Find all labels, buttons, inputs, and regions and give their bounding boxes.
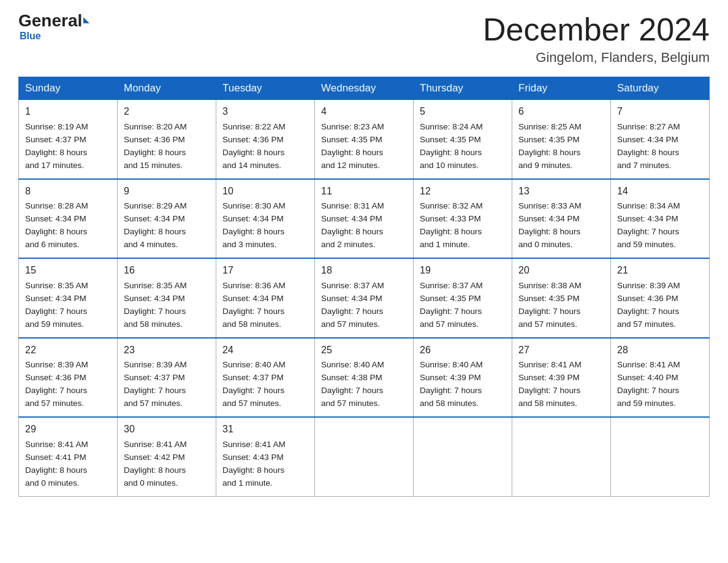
day-info: Sunrise: 8:27 AM Sunset: 4:34 PM Dayligh… xyxy=(617,121,703,172)
day-info: Sunrise: 8:40 AM Sunset: 4:39 PM Dayligh… xyxy=(420,359,506,410)
calendar-cell xyxy=(315,417,414,496)
day-info: Sunrise: 8:22 AM Sunset: 4:36 PM Dayligh… xyxy=(222,121,308,172)
calendar-cell xyxy=(414,417,512,496)
day-number: 14 xyxy=(617,184,703,199)
calendar-cell: 26Sunrise: 8:40 AM Sunset: 4:39 PM Dayli… xyxy=(414,338,512,417)
day-info: Sunrise: 8:33 AM Sunset: 4:34 PM Dayligh… xyxy=(518,200,604,251)
calendar-cell: 1Sunrise: 8:19 AM Sunset: 4:37 PM Daylig… xyxy=(19,100,118,179)
calendar-cell: 18Sunrise: 8:37 AM Sunset: 4:34 PM Dayli… xyxy=(315,258,414,337)
day-number: 29 xyxy=(25,422,111,437)
day-number: 5 xyxy=(420,104,506,120)
day-number: 19 xyxy=(420,263,506,278)
day-number: 9 xyxy=(124,184,210,199)
calendar-cell: 31Sunrise: 8:41 AM Sunset: 4:43 PM Dayli… xyxy=(216,417,315,496)
calendar-cell xyxy=(611,417,710,496)
day-info: Sunrise: 8:41 AM Sunset: 4:42 PM Dayligh… xyxy=(124,439,210,490)
calendar-cell: 7Sunrise: 8:27 AM Sunset: 4:34 PM Daylig… xyxy=(611,100,710,179)
calendar-cell: 4Sunrise: 8:23 AM Sunset: 4:35 PM Daylig… xyxy=(315,100,414,179)
day-info: Sunrise: 8:20 AM Sunset: 4:36 PM Dayligh… xyxy=(124,121,210,172)
day-number: 15 xyxy=(25,263,111,278)
calendar-cell: 30Sunrise: 8:41 AM Sunset: 4:42 PM Dayli… xyxy=(118,417,216,496)
calendar-cell: 14Sunrise: 8:34 AM Sunset: 4:34 PM Dayli… xyxy=(611,179,710,258)
day-number: 7 xyxy=(617,104,703,120)
logo-triangle-icon xyxy=(83,17,89,23)
logo-general: General xyxy=(18,12,82,29)
calendar-cell: 27Sunrise: 8:41 AM Sunset: 4:39 PM Dayli… xyxy=(512,338,611,417)
calendar-table: SundayMondayTuesdayWednesdayThursdayFrid… xyxy=(18,77,710,496)
calendar-cell: 22Sunrise: 8:39 AM Sunset: 4:36 PM Dayli… xyxy=(19,338,118,417)
calendar-cell: 21Sunrise: 8:39 AM Sunset: 4:36 PM Dayli… xyxy=(611,258,710,337)
day-info: Sunrise: 8:24 AM Sunset: 4:35 PM Dayligh… xyxy=(420,121,506,172)
day-number: 25 xyxy=(321,343,407,358)
day-info: Sunrise: 8:38 AM Sunset: 4:35 PM Dayligh… xyxy=(518,280,604,331)
day-info: Sunrise: 8:37 AM Sunset: 4:34 PM Dayligh… xyxy=(321,280,407,331)
weekday-header-friday: Friday xyxy=(512,77,611,100)
calendar-cell: 8Sunrise: 8:28 AM Sunset: 4:34 PM Daylig… xyxy=(19,179,118,258)
day-number: 11 xyxy=(321,184,407,199)
weekday-header-sunday: Sunday xyxy=(19,77,118,100)
day-number: 1 xyxy=(25,104,111,120)
calendar-cell: 29Sunrise: 8:41 AM Sunset: 4:41 PM Dayli… xyxy=(19,417,118,496)
day-info: Sunrise: 8:32 AM Sunset: 4:33 PM Dayligh… xyxy=(420,200,506,251)
day-number: 26 xyxy=(420,343,506,358)
day-info: Sunrise: 8:31 AM Sunset: 4:34 PM Dayligh… xyxy=(321,200,407,251)
calendar-cell xyxy=(512,417,611,496)
week-row-5: 29Sunrise: 8:41 AM Sunset: 4:41 PM Dayli… xyxy=(19,417,710,496)
calendar-cell: 20Sunrise: 8:38 AM Sunset: 4:35 PM Dayli… xyxy=(512,258,611,337)
calendar-cell: 19Sunrise: 8:37 AM Sunset: 4:35 PM Dayli… xyxy=(414,258,512,337)
day-number: 10 xyxy=(222,184,308,199)
calendar-cell: 23Sunrise: 8:39 AM Sunset: 4:37 PM Dayli… xyxy=(118,338,216,417)
day-info: Sunrise: 8:41 AM Sunset: 4:41 PM Dayligh… xyxy=(25,439,111,490)
weekday-header-row: SundayMondayTuesdayWednesdayThursdayFrid… xyxy=(19,77,710,100)
day-number: 3 xyxy=(222,104,308,120)
day-info: Sunrise: 8:39 AM Sunset: 4:36 PM Dayligh… xyxy=(617,280,703,331)
day-number: 24 xyxy=(222,343,308,358)
day-info: Sunrise: 8:36 AM Sunset: 4:34 PM Dayligh… xyxy=(222,280,308,331)
day-info: Sunrise: 8:37 AM Sunset: 4:35 PM Dayligh… xyxy=(420,280,506,331)
calendar-cell: 2Sunrise: 8:20 AM Sunset: 4:36 PM Daylig… xyxy=(118,100,216,179)
calendar-cell: 13Sunrise: 8:33 AM Sunset: 4:34 PM Dayli… xyxy=(512,179,611,258)
day-info: Sunrise: 8:35 AM Sunset: 4:34 PM Dayligh… xyxy=(124,280,210,331)
day-number: 13 xyxy=(518,184,604,199)
day-info: Sunrise: 8:28 AM Sunset: 4:34 PM Dayligh… xyxy=(25,200,111,251)
calendar-cell: 3Sunrise: 8:22 AM Sunset: 4:36 PM Daylig… xyxy=(216,100,315,179)
day-number: 22 xyxy=(25,343,111,358)
title-area: December 2024 Gingelom, Flanders, Belgiu… xyxy=(483,12,710,66)
weekday-header-saturday: Saturday xyxy=(611,77,710,100)
day-info: Sunrise: 8:39 AM Sunset: 4:36 PM Dayligh… xyxy=(25,359,111,410)
calendar-cell: 24Sunrise: 8:40 AM Sunset: 4:37 PM Dayli… xyxy=(216,338,315,417)
day-number: 28 xyxy=(617,343,703,358)
day-info: Sunrise: 8:35 AM Sunset: 4:34 PM Dayligh… xyxy=(25,280,111,331)
calendar-cell: 17Sunrise: 8:36 AM Sunset: 4:34 PM Dayli… xyxy=(216,258,315,337)
day-number: 12 xyxy=(420,184,506,199)
day-number: 20 xyxy=(518,263,604,278)
logo: General Blue xyxy=(18,12,89,42)
week-row-2: 8Sunrise: 8:28 AM Sunset: 4:34 PM Daylig… xyxy=(19,179,710,258)
day-number: 16 xyxy=(124,263,210,278)
calendar-cell: 5Sunrise: 8:24 AM Sunset: 4:35 PM Daylig… xyxy=(414,100,512,179)
calendar-cell: 16Sunrise: 8:35 AM Sunset: 4:34 PM Dayli… xyxy=(118,258,216,337)
day-number: 8 xyxy=(25,184,111,199)
weekday-header-tuesday: Tuesday xyxy=(216,77,315,100)
day-number: 17 xyxy=(222,263,308,278)
calendar-cell: 15Sunrise: 8:35 AM Sunset: 4:34 PM Dayli… xyxy=(19,258,118,337)
day-info: Sunrise: 8:29 AM Sunset: 4:34 PM Dayligh… xyxy=(124,200,210,251)
day-number: 6 xyxy=(518,104,604,120)
day-number: 31 xyxy=(222,422,308,437)
calendar-cell: 25Sunrise: 8:40 AM Sunset: 4:38 PM Dayli… xyxy=(315,338,414,417)
calendar-cell: 10Sunrise: 8:30 AM Sunset: 4:34 PM Dayli… xyxy=(216,179,315,258)
day-info: Sunrise: 8:23 AM Sunset: 4:35 PM Dayligh… xyxy=(321,121,407,172)
weekday-header-monday: Monday xyxy=(118,77,216,100)
week-row-4: 22Sunrise: 8:39 AM Sunset: 4:36 PM Dayli… xyxy=(19,338,710,417)
day-number: 23 xyxy=(124,343,210,358)
calendar-cell: 11Sunrise: 8:31 AM Sunset: 4:34 PM Dayli… xyxy=(315,179,414,258)
day-info: Sunrise: 8:19 AM Sunset: 4:37 PM Dayligh… xyxy=(25,121,111,172)
month-title: December 2024 xyxy=(483,12,710,47)
calendar-cell: 12Sunrise: 8:32 AM Sunset: 4:33 PM Dayli… xyxy=(414,179,512,258)
calendar-cell: 9Sunrise: 8:29 AM Sunset: 4:34 PM Daylig… xyxy=(118,179,216,258)
day-number: 30 xyxy=(124,422,210,437)
day-info: Sunrise: 8:34 AM Sunset: 4:34 PM Dayligh… xyxy=(617,200,703,251)
location-title: Gingelom, Flanders, Belgium xyxy=(483,50,710,66)
day-info: Sunrise: 8:41 AM Sunset: 4:39 PM Dayligh… xyxy=(518,359,604,410)
day-info: Sunrise: 8:41 AM Sunset: 4:43 PM Dayligh… xyxy=(222,439,308,490)
